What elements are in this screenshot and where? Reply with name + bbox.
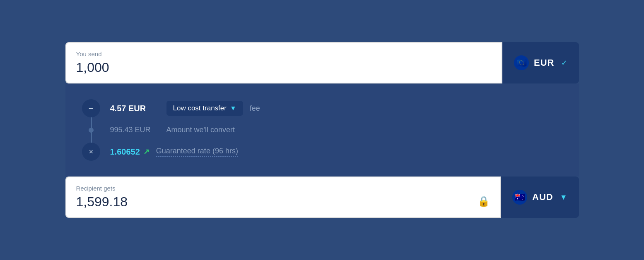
receive-input-box[interactable]: Recipient gets 1,599.18 🔒 [65,177,501,218]
multiply-dot: ✕ [82,143,100,161]
fee-timeline-row: − 4.57 EUR Low cost transfer ▼ fee [82,95,562,122]
convert-amount: 995.43 EUR [110,126,160,134]
convert-label: Amount we'll convert [166,126,235,134]
rate-number: 1.60652 [110,147,140,157]
rate-value: 1.60652 ↗ [110,147,150,157]
rate-trend-icon: ↗ [143,147,150,156]
convert-content: 995.43 EUR Amount we'll convert [110,126,562,134]
aud-currency-selector[interactable]: 🇦🇺 AUD ▼ [501,177,579,218]
transfer-type-label: Low cost transfer [173,104,227,112]
convert-timeline-row: 995.43 EUR Amount we'll convert [82,122,562,138]
minus-dot: − [82,99,100,117]
rate-content: 1.60652 ↗ Guaranteed rate (96 hrs) [110,147,562,157]
eur-chevron-icon: ✓ [561,58,567,67]
receive-row: Recipient gets 1,599.18 🔒 🇦🇺 AUD ▼ [65,177,579,218]
send-row: You send 1,000 🇪🇺 EUR ✓ [65,42,579,83]
rate-label: Guaranteed rate (96 hrs) [156,147,238,157]
eur-currency-code: EUR [534,57,554,68]
small-dot-wrapper [82,128,100,133]
middle-section: − 4.57 EUR Low cost transfer ▼ fee 99 [65,83,579,177]
fee-label: fee [250,104,260,113]
eur-currency-selector[interactable]: 🇪🇺 EUR ✓ [502,42,579,83]
aud-chevron-icon: ▼ [560,193,567,202]
send-value: 1,000 [76,60,492,75]
aud-currency-code: AUD [532,192,553,203]
rate-timeline-row: ✕ 1.60652 ↗ Guaranteed rate (96 hrs) [82,138,562,165]
fee-amount: 4.57 EUR [110,104,160,113]
eur-flag: 🇪🇺 [514,55,529,70]
send-input-box[interactable]: You send 1,000 [65,42,503,83]
small-dot [89,128,94,133]
timeline: − 4.57 EUR Low cost transfer ▼ fee 99 [82,95,562,165]
transfer-type-button[interactable]: Low cost transfer ▼ [166,101,243,116]
minus-icon: − [89,104,94,112]
receive-label: Recipient gets [76,185,490,192]
multiply-icon: ✕ [89,148,94,155]
aud-flag: 🇦🇺 [512,190,527,205]
lock-icon: 🔒 [478,196,490,207]
currency-converter-widget: You send 1,000 🇪🇺 EUR ✓ − 4.57 EUR [65,42,579,218]
transfer-type-chevron-icon: ▼ [230,105,236,112]
fee-content: 4.57 EUR Low cost transfer ▼ fee [110,101,562,116]
receive-value: 1,599.18 [76,194,490,210]
send-label: You send [76,50,492,57]
